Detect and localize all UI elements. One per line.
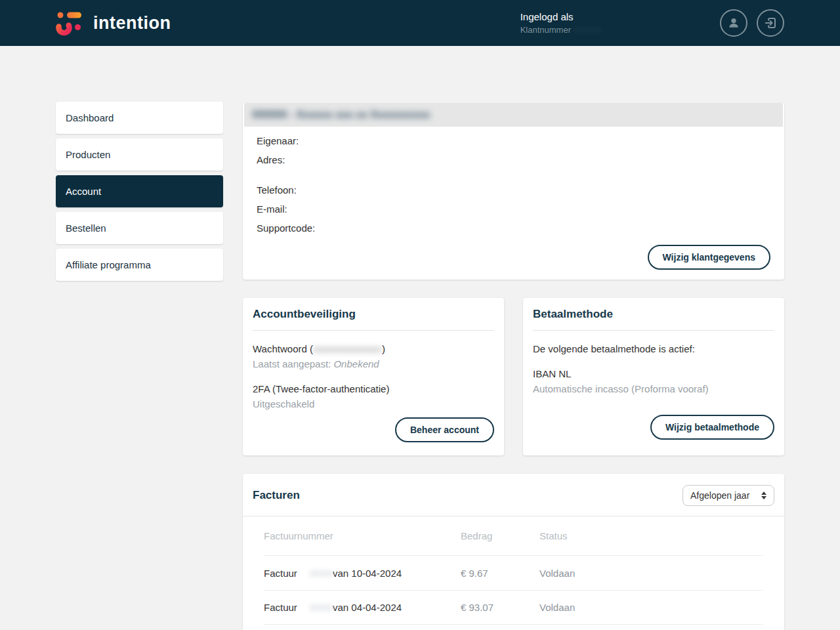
invoice-number-masked: 00000 xyxy=(310,602,333,613)
user-icon xyxy=(726,16,741,30)
sidebar-item-account[interactable]: Account xyxy=(56,175,223,207)
password-line: Wachtwoord (xxxxxxxxxxxxxx) xyxy=(253,343,494,354)
customer-number-masked: 000000 xyxy=(574,25,602,35)
invoice-status: Voldaan xyxy=(539,602,763,613)
invoice-date: van 10-04-2024 xyxy=(333,568,402,579)
invoice-type: Factuur xyxy=(264,568,310,579)
brand-name: intention xyxy=(93,13,171,33)
change-payment-button[interactable]: Wijzig betaalmethode xyxy=(650,415,774,440)
owner-label: Eigenaar: xyxy=(257,135,770,146)
payment-card-title: Betaalmethode xyxy=(533,308,774,321)
security-card-title: Accountbeveiliging xyxy=(253,308,494,321)
invoice-row: Factuur 00000 van 04-04-2024 € 93.07 Vol… xyxy=(264,590,763,624)
period-filter-select[interactable]: Afgelopen jaar xyxy=(682,485,774,506)
invoice-status: Voldaan xyxy=(539,568,763,579)
top-bar: intention Ingelogd als Klantnummer 00000… xyxy=(0,0,840,46)
customer-number-label: Klantnummer 000000 xyxy=(520,25,602,35)
logout-icon xyxy=(763,16,778,30)
invoices-table-header: Factuurnummer Bedrag Status xyxy=(264,516,763,556)
main-content: 000000 - Xxxxxx xxx xx Xxxxxxxxxx Eigena… xyxy=(243,102,784,630)
sidebar-item-affiliate[interactable]: Affiliate programma xyxy=(56,249,223,281)
invoices-title: Facturen xyxy=(253,489,300,502)
sidebar-item-label: Producten xyxy=(66,149,110,160)
col-number: Factuurnummer xyxy=(264,530,461,541)
col-amount: Bedrag xyxy=(461,530,539,541)
brand-logo[interactable]: intention xyxy=(56,10,171,36)
sidebar-item-label: Account xyxy=(66,186,101,197)
col-status: Status xyxy=(539,530,763,541)
invoices-card: Facturen Afgelopen jaar Factuurnummer Be… xyxy=(243,474,784,630)
logged-in-label: Ingelogd als xyxy=(520,11,602,22)
payment-active-line: De volgende betaalmethode is actief: xyxy=(533,343,774,354)
customer-card: 000000 - Xxxxxx xxx xx Xxxxxxxxxx Eigena… xyxy=(243,103,784,280)
payment-method: IBAN NL xyxy=(533,368,774,379)
sidebar-item-label: Bestellen xyxy=(66,222,106,234)
login-info: Ingelogd als Klantnummer 000000 xyxy=(520,11,602,35)
sidebar-item-dashboard[interactable]: Dashboard xyxy=(56,102,223,134)
invoice-row: Factuur 00000 van 29-03-2024 € 9.67 Vold… xyxy=(264,624,763,630)
email-label: E-mail: xyxy=(257,203,770,215)
password-masked: xxxxxxxxxxxxxx xyxy=(313,343,382,354)
sidebar-item-bestellen[interactable]: Bestellen xyxy=(56,212,223,244)
invoice-date: van 04-04-2024 xyxy=(333,602,402,613)
phone-label: Telefoon: xyxy=(257,184,770,196)
sidebar-item-producten[interactable]: Producten xyxy=(56,138,223,171)
period-filter-value: Afgelopen jaar xyxy=(690,490,749,501)
invoice-type: Factuur xyxy=(264,602,310,613)
payment-method-detail: Automatische incasso (Proforma vooraf) xyxy=(533,383,774,394)
invoice-amount: € 9.67 xyxy=(461,568,539,579)
invoices-table: Factuurnummer Bedrag Status Factuur 0000… xyxy=(243,516,784,630)
tfa-line: 2FA (Twee-factor-authenticatie) xyxy=(253,383,494,394)
customer-card-title: 000000 - Xxxxxx xxx xx Xxxxxxxxxx xyxy=(244,103,783,127)
address-label: Adres: xyxy=(257,154,770,165)
invoice-row: Factuur 00000 van 10-04-2024 € 9.67 Vold… xyxy=(264,556,763,590)
invoice-number-masked: 00000 xyxy=(310,568,333,579)
sidebar-item-label: Affiliate programma xyxy=(66,259,151,270)
supportcode-label: Supportcode: xyxy=(257,222,770,234)
customer-title-masked: 000000 - Xxxxxx xxx xx Xxxxxxxxxx xyxy=(252,109,430,120)
security-card: Accountbeveiliging Wachtwoord (xxxxxxxxx… xyxy=(243,298,504,455)
select-arrows-icon xyxy=(761,492,766,499)
payment-card: Betaalmethode De volgende betaalmethode … xyxy=(523,298,784,455)
logout-button[interactable] xyxy=(757,9,784,37)
sidebar: Dashboard Producten Account Bestellen Af… xyxy=(56,102,223,630)
account-button[interactable] xyxy=(720,9,747,37)
brand-icon xyxy=(56,10,86,36)
manage-account-button[interactable]: Beheer account xyxy=(395,417,494,442)
sidebar-item-label: Dashboard xyxy=(66,112,114,123)
password-last-changed: Laatst aangepast: Onbekend xyxy=(253,358,494,369)
invoice-amount: € 93.07 xyxy=(461,602,539,613)
tfa-status: Uitgeschakeld xyxy=(253,398,494,410)
edit-customer-button[interactable]: Wijzig klantgegevens xyxy=(648,245,770,270)
